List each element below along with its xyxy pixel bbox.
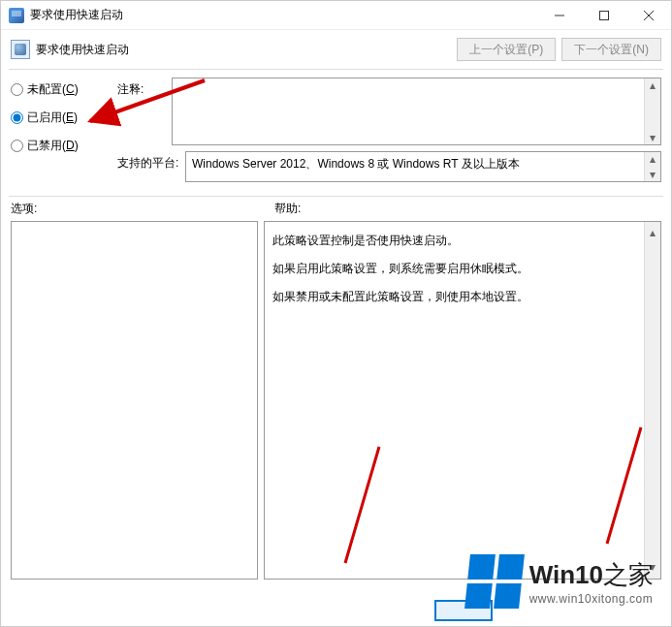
platform-label: 支持的平台: — [117, 151, 185, 172]
window-controls — [537, 1, 671, 29]
help-scrollbar[interactable]: ▴ ▾ — [644, 222, 660, 579]
platform-scrollbar[interactable]: ▴ ▾ — [644, 152, 660, 181]
help-label: 帮助: — [274, 201, 661, 217]
radio-enabled-label: 已启用(E) — [27, 110, 78, 126]
comment-scrollbar[interactable]: ▴ ▾ — [644, 78, 660, 144]
radio-not-configured-label: 未配置(C) — [27, 81, 79, 98]
policy-name: 要求使用快速启动 — [36, 42, 451, 58]
minimize-button[interactable] — [537, 1, 582, 30]
settings-area: 未配置(C) 已启用(E) 已禁用(D) 注释: ▴ ▾ 支持的平台: Wind — [1, 70, 671, 196]
scroll-down-icon[interactable]: ▾ — [650, 168, 656, 181]
radio-disabled-label: 已禁用(D) — [27, 138, 79, 154]
scroll-up-icon[interactable]: ▴ — [650, 78, 656, 92]
options-pane — [11, 221, 258, 580]
radio-disabled[interactable]: 已禁用(D) — [11, 138, 108, 154]
radio-group: 未配置(C) 已启用(E) 已禁用(D) — [11, 78, 108, 188]
watermark-url: www.win10xitong.com — [529, 592, 654, 606]
help-line: 如果禁用或未配置此策略设置，则使用本地设置。 — [272, 286, 641, 308]
platform-row: 支持的平台: Windows Server 2012、Windows 8 或 W… — [117, 151, 661, 182]
pane-labels: 选项: 帮助: — [1, 197, 671, 221]
next-setting-button[interactable]: 下一个设置(N) — [561, 38, 661, 61]
radio-not-configured-input[interactable] — [11, 83, 23, 96]
help-line: 如果启用此策略设置，则系统需要启用休眠模式。 — [272, 258, 641, 280]
radio-enabled[interactable]: 已启用(E) — [11, 110, 108, 126]
policy-window-icon — [9, 8, 24, 23]
svg-rect-1 — [600, 12, 609, 20]
platform-value: Windows Server 2012、Windows 8 或 Windows … — [192, 157, 520, 171]
scroll-down-icon[interactable]: ▾ — [650, 131, 656, 144]
options-label: 选项: — [11, 201, 269, 217]
comment-textarea[interactable]: ▴ ▾ — [172, 78, 661, 145]
policy-icon — [11, 40, 30, 59]
fields-area: 注释: ▴ ▾ 支持的平台: Windows Server 2012、Windo… — [117, 78, 661, 188]
panes-row: 此策略设置控制是否使用快速启动。 如果启用此策略设置，则系统需要启用休眠模式。 … — [1, 221, 671, 589]
radio-disabled-input[interactable] — [11, 140, 23, 152]
close-button[interactable] — [626, 1, 671, 30]
window-title: 要求使用快速启动 — [30, 7, 537, 23]
maximize-button[interactable] — [582, 1, 626, 30]
prev-setting-button[interactable]: 上一个设置(P) — [457, 38, 556, 61]
help-line: 此策略设置控制是否使用快速启动。 — [272, 230, 641, 252]
comment-row: 注释: ▴ ▾ — [117, 78, 661, 145]
scroll-up-icon[interactable]: ▴ — [650, 222, 656, 244]
header-row: 要求使用快速启动 上一个设置(P) 下一个设置(N) — [1, 30, 671, 69]
radio-not-configured[interactable]: 未配置(C) — [11, 81, 108, 98]
radio-enabled-input[interactable] — [11, 111, 23, 124]
scroll-up-icon[interactable]: ▴ — [650, 152, 656, 166]
comment-label: 注释: — [117, 78, 172, 98]
help-pane: 此策略设置控制是否使用快速启动。 如果启用此策略设置，则系统需要启用休眠模式。 … — [264, 221, 661, 580]
platform-textbox: Windows Server 2012、Windows 8 或 Windows … — [185, 151, 661, 182]
titlebar: 要求使用快速启动 — [1, 1, 671, 30]
dialog-button-partial[interactable] — [434, 600, 493, 621]
scroll-down-icon[interactable]: ▾ — [650, 556, 656, 579]
